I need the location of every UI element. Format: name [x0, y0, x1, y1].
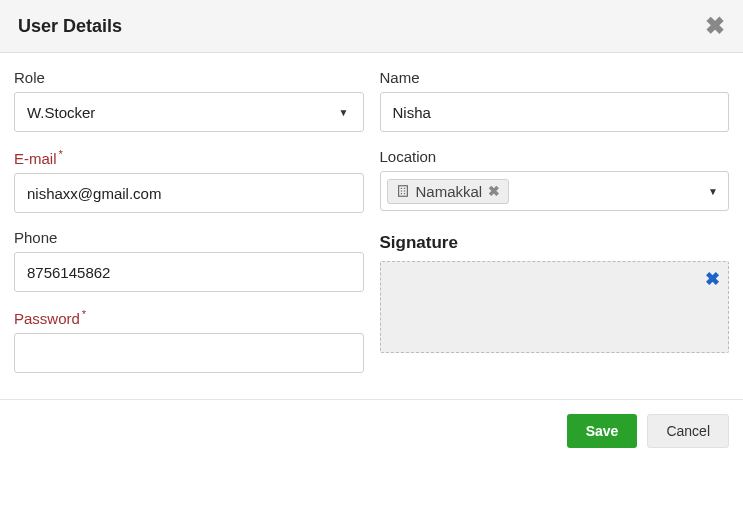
email-field[interactable]	[27, 185, 351, 202]
phone-label: Phone	[14, 229, 364, 246]
password-label: Password*	[14, 308, 364, 327]
password-field[interactable]	[27, 345, 351, 362]
chevron-down-icon: ▼	[708, 186, 718, 197]
signature-box[interactable]: ✖	[380, 261, 730, 353]
phone-field[interactable]	[27, 264, 351, 281]
signature-clear-icon[interactable]: ✖	[705, 268, 720, 290]
location-label: Location	[380, 148, 730, 165]
save-button[interactable]: Save	[567, 414, 638, 448]
location-tag: Namakkal ✖	[387, 179, 510, 204]
chevron-down-icon: ▼	[339, 107, 349, 118]
role-value: W.Stocker	[27, 104, 95, 121]
dialog-title: User Details	[18, 16, 122, 37]
signature-label: Signature	[380, 233, 730, 253]
email-label: E-mail*	[14, 148, 364, 167]
building-icon	[396, 184, 410, 198]
svg-rect-0	[398, 186, 407, 197]
close-icon[interactable]: ✖	[705, 14, 725, 38]
role-select[interactable]: W.Stocker ▼	[14, 92, 364, 132]
role-label: Role	[14, 69, 364, 86]
tag-remove-icon[interactable]: ✖	[488, 183, 500, 199]
cancel-button[interactable]: Cancel	[647, 414, 729, 448]
name-field[interactable]	[393, 104, 717, 121]
location-tag-label: Namakkal	[416, 183, 483, 200]
location-multiselect[interactable]: Namakkal ✖ ▼	[380, 171, 730, 211]
name-label: Name	[380, 69, 730, 86]
